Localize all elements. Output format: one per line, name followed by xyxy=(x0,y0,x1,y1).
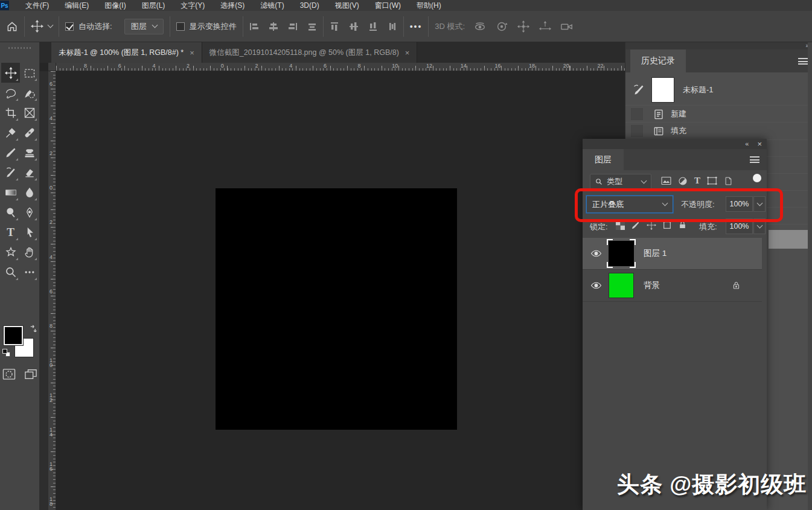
filter-smart-objects-icon[interactable] xyxy=(724,176,733,186)
panel-grip[interactable] xyxy=(8,47,31,49)
layer-name[interactable]: 背景 xyxy=(644,280,660,291)
brush-tool[interactable] xyxy=(1,142,20,162)
vertical-ruler[interactable]: 642024681 01 21 41 61 8 xyxy=(48,71,56,510)
fill-value[interactable]: 100% xyxy=(726,218,753,234)
history-source-well[interactable] xyxy=(631,108,643,120)
menu-item-6[interactable]: 滤镜(T) xyxy=(252,0,292,11)
close-panel-icon[interactable]: × xyxy=(757,141,762,147)
3d-pan-icon[interactable] xyxy=(517,20,530,33)
auto-select-checkbox[interactable] xyxy=(65,22,74,31)
tab-history[interactable]: 历史记录 xyxy=(630,49,686,72)
align-bottom-icon[interactable] xyxy=(368,22,378,31)
filter-toggle-button[interactable] xyxy=(753,174,761,182)
blend-mode-select[interactable]: 正片叠底 xyxy=(586,196,673,213)
menu-item-0[interactable]: 文件(F) xyxy=(18,0,57,11)
filter-type-layers-icon[interactable]: T xyxy=(694,176,700,186)
history-snapshot-row[interactable]: 未标题-1 xyxy=(625,75,808,104)
menu-item-5[interactable]: 选择(S) xyxy=(213,0,252,11)
3d-slide-icon[interactable] xyxy=(539,20,552,33)
ruler-corner[interactable] xyxy=(48,63,56,71)
dodge-tool[interactable] xyxy=(1,202,20,222)
history-brush-source-icon[interactable] xyxy=(633,83,645,96)
distribute-horizontal-icon[interactable] xyxy=(307,22,317,31)
show-transform-checkbox[interactable] xyxy=(176,22,185,31)
collapse-panel-icon[interactable]: « xyxy=(745,141,749,147)
lock-position-icon[interactable] xyxy=(647,220,656,230)
eyedropper-tool[interactable] xyxy=(1,123,20,142)
path-selection-tool[interactable] xyxy=(20,222,39,242)
type-tool[interactable]: T xyxy=(1,222,20,242)
3d-roll-icon[interactable] xyxy=(495,20,508,33)
history-step-row[interactable]: 填充 xyxy=(625,123,808,139)
home-icon[interactable] xyxy=(6,21,18,33)
frame-tool[interactable] xyxy=(20,103,39,123)
layer-thumbnail[interactable] xyxy=(609,273,634,298)
lock-all-icon[interactable] xyxy=(678,220,687,230)
more-options-button[interactable]: ••• xyxy=(410,22,423,31)
3d-camera-icon[interactable] xyxy=(560,20,574,33)
lock-pixels-icon[interactable] xyxy=(631,220,641,230)
tab-layers[interactable]: 图层 xyxy=(583,149,624,170)
eraser-tool[interactable] xyxy=(20,162,39,182)
shape-tool[interactable] xyxy=(1,242,20,262)
document-tab-inactive[interactable]: 微信截图_20191014205118.png @ 50% (图层 1, RGB… xyxy=(202,42,418,63)
screen-mode-icon[interactable] xyxy=(24,368,37,380)
panel-menu-icon[interactable] xyxy=(798,58,808,65)
menu-item-7[interactable]: 3D(D) xyxy=(292,0,327,11)
lasso-tool[interactable] xyxy=(1,83,20,103)
layer-name[interactable]: 图层 1 xyxy=(644,248,667,259)
default-colors-icon[interactable] xyxy=(2,349,11,357)
filter-adjustment-layers-icon[interactable] xyxy=(678,176,688,186)
3d-orbit-icon[interactable] xyxy=(473,20,487,33)
menu-item-4[interactable]: 文字(Y) xyxy=(173,0,213,11)
history-step-row[interactable]: 新建 xyxy=(625,106,808,123)
align-right-icon[interactable] xyxy=(288,22,298,31)
menu-item-9[interactable]: 窗口(W) xyxy=(367,0,409,11)
crop-tool[interactable] xyxy=(1,103,20,123)
edit-toolbar-button[interactable] xyxy=(20,262,39,282)
document-tab-active[interactable]: 未标题-1 @ 100% (图层 1, RGB/8#) * × xyxy=(51,42,202,63)
opacity-value[interactable]: 100% xyxy=(726,196,753,212)
document-canvas[interactable] xyxy=(216,188,457,430)
history-brush-tool[interactable] xyxy=(1,162,20,182)
menu-item-10[interactable]: 帮助(H) xyxy=(409,0,449,11)
align-left-icon[interactable] xyxy=(249,22,259,31)
gradient-tool[interactable] xyxy=(1,182,20,202)
marquee-tool[interactable] xyxy=(20,63,39,83)
lock-transparency-icon[interactable] xyxy=(616,221,625,230)
close-tab-icon[interactable]: × xyxy=(405,48,410,57)
distribute-vertical-icon[interactable] xyxy=(388,22,397,31)
layer-row-layer1[interactable]: 图层 1 xyxy=(583,238,762,269)
filter-type-dropdown[interactable]: 类型 xyxy=(590,174,651,190)
history-source-well[interactable] xyxy=(631,125,643,137)
auto-select-target-dropdown[interactable]: 图层 xyxy=(124,19,164,34)
move-tool[interactable] xyxy=(1,63,20,83)
visibility-eye-icon[interactable] xyxy=(590,281,602,290)
fill-dropdown-button[interactable] xyxy=(753,218,766,234)
menu-item-1[interactable]: 编辑(E) xyxy=(57,0,97,11)
pasteboard[interactable] xyxy=(56,71,625,510)
quick-mask-icon[interactable] xyxy=(2,368,16,380)
align-center-horizontal-icon[interactable] xyxy=(269,22,278,31)
lock-artboard-icon[interactable] xyxy=(662,220,672,230)
clone-stamp-tool[interactable] xyxy=(20,142,39,162)
move-tool-preset[interactable] xyxy=(31,20,53,33)
close-tab-icon[interactable]: × xyxy=(190,48,194,57)
visibility-eye-icon[interactable] xyxy=(590,249,602,258)
menu-item-3[interactable]: 图层(L) xyxy=(134,0,173,11)
horizontal-ruler[interactable]: 86420246810121416182022 xyxy=(56,63,625,71)
swap-colors-icon[interactable] xyxy=(28,325,37,334)
opacity-dropdown-button[interactable] xyxy=(753,196,766,212)
filter-shape-layers-icon[interactable] xyxy=(707,176,717,185)
foreground-color-swatch[interactable] xyxy=(4,326,23,345)
layer-row-background[interactable]: 背景 xyxy=(583,270,762,301)
align-top-icon[interactable] xyxy=(330,22,339,31)
filter-pixel-layers-icon[interactable] xyxy=(661,176,671,185)
zoom-tool[interactable] xyxy=(1,262,20,282)
hand-tool[interactable] xyxy=(20,242,39,262)
pen-tool[interactable] xyxy=(20,202,39,222)
quick-selection-tool[interactable] xyxy=(20,83,39,103)
align-middle-icon[interactable] xyxy=(349,22,359,31)
menu-item-2[interactable]: 图像(I) xyxy=(97,0,133,11)
spot-healing-tool[interactable] xyxy=(20,123,39,142)
